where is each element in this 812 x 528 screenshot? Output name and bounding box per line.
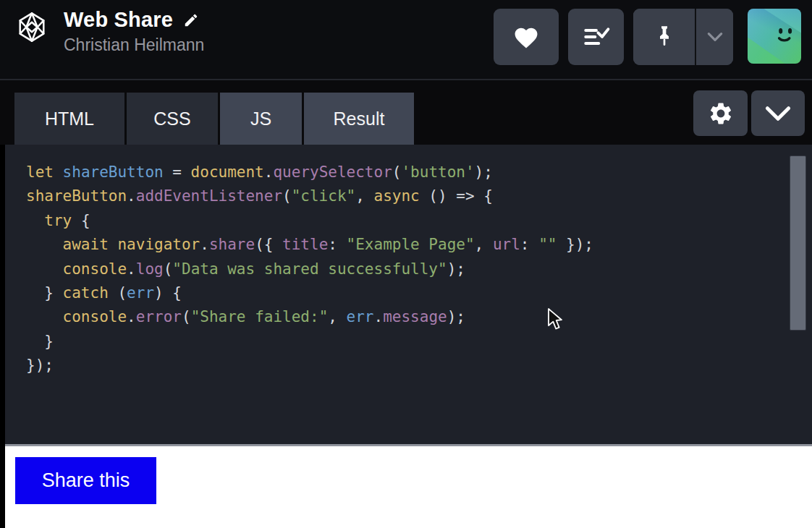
- tab-css[interactable]: CSS: [127, 93, 218, 145]
- code-line[interactable]: shareButton.addEventListener("click", as…: [26, 184, 783, 208]
- heart-icon: [512, 25, 540, 49]
- smiley-face-icon: [769, 20, 798, 52]
- list-check-icon: [582, 24, 611, 50]
- tab-js[interactable]: JS: [220, 93, 302, 145]
- jsfiddle-cube-icon: [15, 9, 48, 45]
- code-line[interactable]: await navigator.share({ title: "Example …: [26, 233, 783, 257]
- code-line[interactable]: });: [26, 354, 783, 378]
- editor-scrollbar[interactable]: [790, 156, 806, 331]
- code-line[interactable]: }: [26, 330, 783, 354]
- header-actions: [494, 9, 801, 65]
- code-line[interactable]: try {: [26, 209, 783, 233]
- pin-button[interactable]: [633, 9, 696, 65]
- code-editor-panel[interactable]: let shareButton = document.querySelector…: [5, 145, 812, 444]
- like-button[interactable]: [494, 9, 559, 65]
- gear-icon: [708, 101, 734, 127]
- share-this-button[interactable]: Share this: [15, 457, 156, 504]
- code-line[interactable]: } catch (err) {: [26, 281, 783, 305]
- pencil-icon[interactable]: [183, 12, 199, 28]
- result-pane: Share this: [5, 446, 812, 528]
- chevron-down-icon: [764, 104, 792, 123]
- page-title: Web Share: [64, 8, 173, 32]
- pin-split-button: [633, 9, 733, 65]
- details-button[interactable]: [568, 9, 624, 65]
- fiddle-header: Web Share Christian Heilmann: [0, 0, 812, 79]
- pin-menu-button[interactable]: [696, 9, 733, 65]
- collapse-button[interactable]: [751, 90, 805, 136]
- code-lines[interactable]: let shareButton = document.querySelector…: [5, 145, 812, 378]
- panel-tabbar: HTML CSS JS Result: [0, 80, 812, 145]
- tab-result[interactable]: Result: [304, 93, 414, 145]
- user-avatar[interactable]: [748, 9, 801, 64]
- code-line[interactable]: console.error("Share failed:", err.messa…: [26, 305, 783, 329]
- pin-icon: [653, 24, 676, 50]
- code-line[interactable]: console.log("Data was shared successfull…: [26, 257, 783, 281]
- chevron-down-icon: [706, 30, 724, 43]
- tab-html[interactable]: HTML: [14, 93, 124, 145]
- panel-tabs: HTML CSS JS Result: [14, 93, 414, 145]
- author-name: Christian Heilmann: [64, 35, 204, 55]
- settings-button[interactable]: [693, 90, 748, 136]
- code-line[interactable]: let shareButton = document.querySelector…: [26, 161, 783, 184]
